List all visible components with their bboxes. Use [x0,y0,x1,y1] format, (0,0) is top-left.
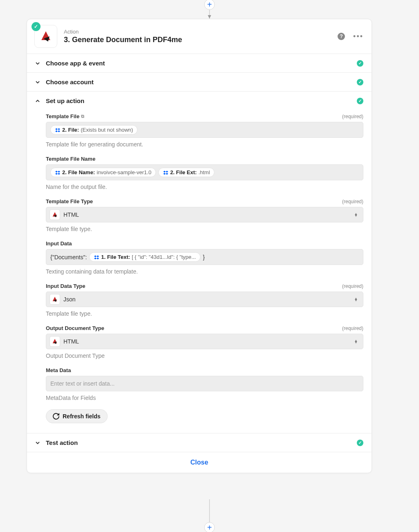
field-help: Name for the output file. [46,184,363,190]
add-step-above-button[interactable]: + [204,0,215,10]
template-file-name-input[interactable]: 2. File Name: invoivce-sample-ver1.0 2. … [46,164,363,180]
template-file-input[interactable]: 2. File: (Exists but not shown) [46,122,363,138]
raw-text: } [203,254,205,260]
sort-icon: ▲▼ [352,298,360,301]
section-title: Test action [46,439,357,446]
data-pill[interactable]: 1. File Text: [ { "id": "43d1...Id": { "… [89,252,200,262]
dropbox-icon [55,127,61,133]
pdf4me-icon [38,29,53,44]
input-data-type-select[interactable]: Json ▲▼ [46,292,363,307]
required-label: (required) [342,325,363,331]
add-step-below-button[interactable]: + [204,522,215,532]
template-file-type-select[interactable]: HTML ▲▼ [46,207,363,222]
select-value: HTML [63,211,352,218]
sort-icon: ▲▼ [352,213,360,217]
action-card: ✓ Action 3. Generate Document in PDF4me … [27,19,372,473]
section-body: Template File ⧉ (required) 2. File: (Exi… [27,110,372,433]
required-label: (required) [342,283,363,289]
data-pill[interactable]: 2. File Ext: .html [158,168,214,177]
field-label: Input Data Type [46,283,86,289]
field-help: Output Document Type [46,352,363,359]
chevron-down-icon [35,80,41,85]
check-icon: ✓ [357,79,363,85]
chevron-up-icon [35,99,41,103]
close-bar: Close [27,452,372,473]
check-icon: ✓ [357,60,363,67]
field-help: MetaData for Fields [46,395,363,401]
output-doc-type-select[interactable]: HTML ▲▼ [46,334,363,349]
pdf4me-icon [50,294,60,305]
refresh-fields-button[interactable]: Refresh fields [46,409,108,423]
chevron-down-icon [35,61,41,66]
required-label: (required) [342,114,363,119]
section-choose-account[interactable]: Choose account ✓ [27,73,372,91]
status-check-badge: ✓ [32,22,41,31]
dropbox-icon [163,170,169,175]
card-header: ✓ Action 3. Generate Document in PDF4me … [27,19,372,54]
field-label: Input Data [46,240,72,247]
dropbox-icon [55,170,61,175]
chevron-down-icon [35,440,41,445]
header-kicker: Action [64,29,338,35]
field-help: Texting containing data for template. [46,268,363,275]
copy-icon[interactable]: ⧉ [81,114,84,119]
field-help: Template file type. [46,310,363,317]
placeholder-text: Enter text or insert data... [50,380,115,387]
section-title: Choose app & event [46,60,357,67]
field-help: Template file type. [46,226,363,232]
help-icon[interactable]: ? [338,33,345,40]
data-pill[interactable]: 2. File Name: invoivce-sample-ver1.0 [50,168,156,177]
field-help: Template file for generating document. [46,141,363,148]
section-title: Choose account [46,79,357,85]
field-label: Template File ⧉ [46,113,84,119]
input-data-input[interactable]: {"Documents": 1. File Text: [ { "id": "4… [46,249,363,265]
section-setup-action[interactable]: Set up action ✓ [27,92,372,110]
close-button[interactable]: Close [190,459,208,466]
required-label: (required) [342,199,363,204]
app-icon-frame: ✓ [34,25,57,48]
section-title: Set up action [46,97,357,104]
raw-text: {"Documents": [50,254,87,260]
refresh-icon [53,413,59,420]
pdf4me-icon [50,336,60,347]
field-label: Template File Name [46,156,95,162]
header-title: 3. Generate Document in PDF4me [64,36,338,44]
select-value: Json [63,296,352,303]
select-value: HTML [63,338,352,345]
pdf4me-icon [50,209,60,220]
meta-data-input[interactable]: Enter text or insert data... [46,376,363,391]
data-pill[interactable]: 2. File: (Exists but not shown) [50,125,137,135]
section-choose-app[interactable]: Choose app & event ✓ [27,54,372,72]
section-test-action[interactable]: Test action ✓ [27,433,372,452]
field-label: Output Document Type [46,325,104,331]
more-menu-icon[interactable]: ••• [353,32,363,41]
dropbox-icon [94,254,99,260]
check-icon: ✓ [357,440,363,446]
field-label: Template File Type [46,198,93,204]
check-icon: ✓ [357,98,363,104]
sort-icon: ▲▼ [352,340,360,343]
field-label: Meta Data [46,367,71,373]
